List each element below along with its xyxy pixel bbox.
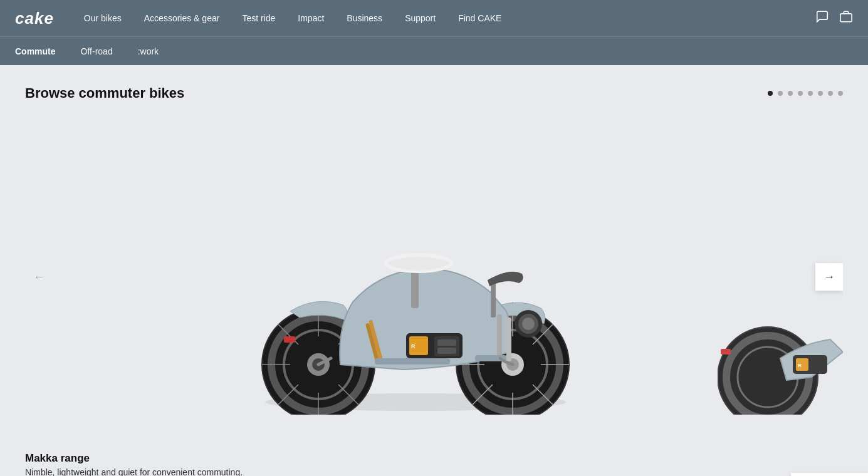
dot-1[interactable] (768, 91, 773, 96)
svg-rect-33 (491, 280, 496, 318)
main-nav-links: Our bikes Accessories & gear Test ride I… (84, 13, 502, 24)
chat-icon[interactable] (815, 10, 829, 27)
nav-accessories[interactable]: Accessories & gear (144, 13, 220, 23)
svg-rect-50 (721, 349, 731, 354)
subnav-offroad[interactable]: Off-road (81, 46, 113, 56)
svg-point-36 (522, 318, 535, 330)
nav-our-bikes[interactable]: Our bikes (84, 13, 122, 23)
svg-rect-41 (375, 358, 450, 365)
dot-7[interactable] (828, 91, 833, 96)
dot-indicators (768, 91, 843, 96)
shop-now-button[interactable]: Shop now (791, 473, 868, 476)
dot-3[interactable] (788, 91, 793, 96)
bike-info: Makka range Nimble, lightweight and quie… (25, 440, 843, 476)
nav-icons (815, 10, 853, 27)
top-nav: cake Our bikes Accessories & gear Test r… (0, 0, 868, 36)
prev-arrow-button[interactable]: ← (25, 263, 53, 291)
dot-6[interactable] (818, 91, 823, 96)
bike-svg: R (227, 177, 604, 415)
dot-8[interactable] (838, 91, 843, 96)
carousel: ← (25, 114, 843, 440)
subnav-commute[interactable]: Commute (15, 46, 56, 56)
subnav-work[interactable]: :work (138, 46, 159, 56)
bike-description: Nimble, lightweight and quiet for conven… (25, 467, 843, 476)
bike-name: Makka range (25, 452, 843, 465)
brand-logo[interactable]: cake (15, 9, 54, 28)
svg-text:R: R (798, 363, 802, 368)
dot-4[interactable] (798, 91, 803, 96)
nav-business[interactable]: Business (347, 13, 382, 23)
svg-rect-46 (437, 348, 456, 354)
bike-main-image: R (227, 177, 604, 415)
nav-find-cake[interactable]: Find CAKE (458, 13, 501, 23)
svg-rect-38 (506, 318, 511, 361)
nav-impact[interactable]: Impact (298, 13, 324, 23)
browse-header: Browse commuter bikes (25, 85, 843, 101)
prev-arrow-icon: ← (33, 271, 44, 284)
section-title: Browse commuter bikes (25, 85, 184, 101)
svg-text:R: R (411, 343, 416, 349)
svg-rect-37 (497, 314, 502, 361)
bag-icon[interactable] (839, 10, 853, 27)
dot-2[interactable] (778, 91, 783, 96)
sub-nav: Commute Off-road :work (0, 36, 868, 65)
svg-rect-45 (437, 339, 456, 346)
dot-5[interactable] (808, 91, 813, 96)
svg-rect-0 (840, 14, 852, 22)
nav-test-ride[interactable]: Test ride (242, 13, 275, 23)
svg-rect-43 (284, 336, 295, 343)
main-content: Browse commuter bikes ← (0, 65, 868, 476)
next-arrow-icon: → (824, 271, 835, 284)
nav-support[interactable]: Support (405, 13, 436, 23)
next-arrow-button[interactable]: → (815, 263, 843, 291)
